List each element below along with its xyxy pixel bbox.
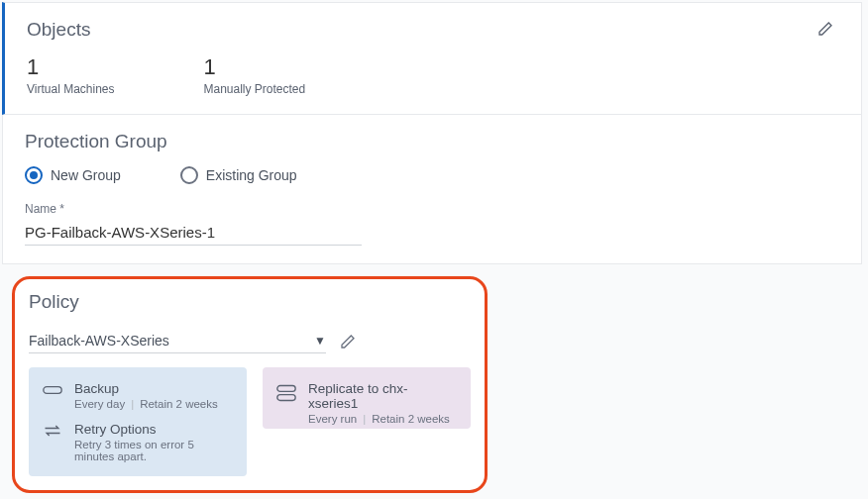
radio-existing-group[interactable]: Existing Group [180, 166, 297, 184]
policy-select[interactable]: Failback-AWS-XSeries ▼ [29, 329, 326, 353]
objects-title: Objects [27, 19, 839, 41]
radio-icon [25, 166, 43, 184]
backup-card: Backup Every day | Retain 2 weeks Retry … [29, 367, 247, 476]
radio-label: New Group [51, 167, 121, 183]
group-name-input[interactable] [25, 220, 362, 246]
backup-detail: Every day | Retain 2 weeks [74, 398, 218, 410]
name-field-label: Name * [25, 202, 839, 216]
svg-rect-0 [44, 387, 61, 394]
radio-label: Existing Group [206, 167, 297, 183]
radio-new-group[interactable]: New Group [25, 166, 121, 184]
stat-label: Virtual Machines [27, 82, 115, 96]
chevron-down-icon: ▼ [314, 334, 326, 348]
retry-item: Retry Options Retry 3 times on error 5 m… [43, 422, 231, 462]
backup-title: Backup [74, 381, 218, 396]
backup-icon [43, 383, 62, 397]
policy-title: Policy [29, 291, 471, 313]
edit-objects-button[interactable] [814, 17, 837, 41]
radio-icon [180, 166, 198, 184]
protection-group-panel: Protection Group New Group Existing Grou… [2, 115, 862, 264]
edit-policy-button[interactable] [340, 334, 356, 349]
replicate-item: Replicate to chx-xseries1 Every run | Re… [276, 381, 455, 425]
policy-panel: Policy Failback-AWS-XSeries ▼ Backup Eve… [12, 276, 488, 493]
policy-cards: Backup Every day | Retain 2 weeks Retry … [29, 367, 471, 476]
stat-virtual-machines: 1 Virtual Machines [27, 54, 115, 96]
objects-stats: 1 Virtual Machines 1 Manually Protected [27, 54, 839, 96]
pencil-icon [817, 21, 833, 37]
protection-group-title: Protection Group [25, 131, 839, 152]
policy-select-value: Failback-AWS-XSeries [29, 333, 169, 349]
stat-manually-protected: 1 Manually Protected [204, 54, 306, 96]
replicate-icon [276, 383, 296, 403]
group-type-radio-row: New Group Existing Group [25, 166, 839, 184]
replicate-detail: Every run | Retain 2 weeks [308, 413, 455, 425]
retry-icon [43, 424, 62, 438]
objects-panel: Objects 1 Virtual Machines 1 Manually Pr… [2, 2, 862, 115]
stat-value: 1 [27, 54, 115, 80]
replicate-card: Replicate to chx-xseries1 Every run | Re… [263, 367, 471, 429]
stat-label: Manually Protected [204, 82, 306, 96]
replicate-title: Replicate to chx-xseries1 [308, 381, 455, 411]
backup-item: Backup Every day | Retain 2 weeks [43, 381, 231, 410]
stat-value: 1 [204, 54, 306, 80]
retry-title: Retry Options [74, 422, 231, 437]
svg-rect-2 [277, 395, 295, 401]
retry-detail: Retry 3 times on error 5 minutes apart. [74, 439, 231, 462]
svg-rect-1 [277, 386, 295, 392]
pencil-icon [340, 334, 356, 349]
